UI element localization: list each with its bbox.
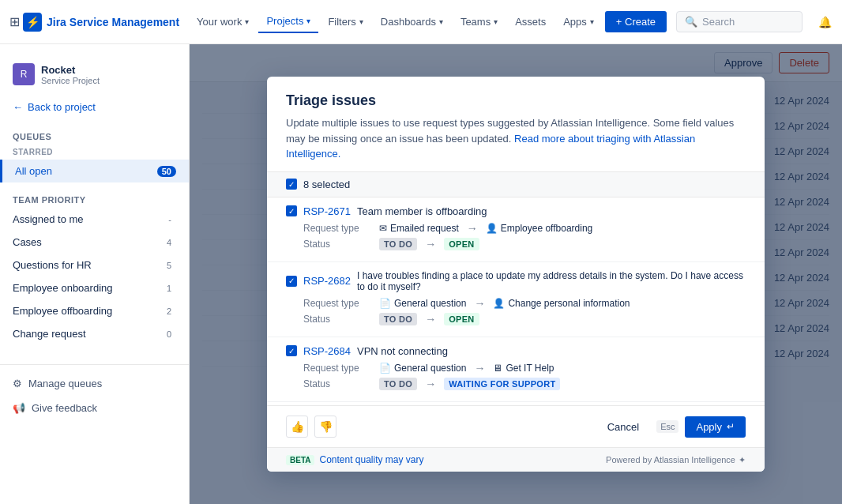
feedback-thumbs: 👍 👎 [286,416,336,438]
email-icon: ✉ [379,223,387,234]
status-to-badge: OPEN [444,238,479,250]
issue-checkbox[interactable]: ✓ [286,345,297,356]
request-type-row: Request type 📄 General question → 🖥 Get … [303,362,746,374]
issue-title: I have troubles finding a place to updat… [357,270,746,292]
arrow-right-icon: → [425,313,436,325]
status-from-badge: TO DO [379,378,417,390]
apps-nav[interactable]: Apps ▾ [555,11,602,32]
queues-section-title: Queues [0,126,189,145]
issue-header: ✓ RSP-2671 Team member is offboarding [267,197,765,222]
offboarding-badge: 2 [162,306,176,317]
arrow-right-icon: → [425,378,436,390]
dashboards-nav[interactable]: Dashboards ▾ [373,11,451,32]
triage-modal: Triage issues Update multiple issues to … [267,77,765,472]
cases-badge: 4 [162,237,176,248]
issue-header: ✓ RSP-2682 I have troubles finding a pla… [267,262,765,297]
content-area: Approve Delete 12 Apr 2024 12 Apr 2024 1… [190,44,842,504]
create-button[interactable]: + Create [605,11,667,32]
arrow-right-icon: → [474,362,485,374]
sidebar-item-change-request[interactable]: Change request 0 [0,322,189,345]
manage-queues-btn[interactable]: ⚙ Manage queues [0,371,189,396]
modal-footer: 👍 👎 Cancel Esc Apply ↵ [267,405,765,447]
sidebar-item-all-open[interactable]: All open 50 [0,160,189,182]
main-area: R Rocket Service Project ← Back to proje… [0,44,842,504]
thumbs-down-button[interactable]: 👎 [314,416,336,438]
selected-count-label: 8 selected [303,179,350,190]
chevron-down-icon: ▾ [359,17,363,26]
notification-icon[interactable]: 🔔 [812,9,837,35]
request-type-row: Request type ✉ Emailed request → 👤 Emplo… [303,222,746,235]
issue-checkbox[interactable]: ✓ [286,276,297,287]
sidebar-item-onboarding[interactable]: Employee onboarding 1 [0,276,189,299]
arrow-right-icon: → [425,238,436,250]
issue-details: Request type ✉ Emailed request → 👤 Emplo… [267,222,765,261]
team-priority-label: TEAM PRIORITY [0,189,189,208]
sidebar-footer: ⚙ Manage queues 📢 Give feedback [0,364,189,420]
chevron-down-icon: ▾ [439,17,443,26]
assigned-badge: - [164,214,176,225]
it-icon: 🖥 [493,363,502,374]
search-input[interactable]: 🔍 Search [676,11,803,32]
modal-body: ✓ RSP-2671 Team member is offboarding Re… [267,197,765,406]
status-to-badge: OPEN [444,313,479,325]
assets-nav[interactable]: Assets [507,11,554,32]
arrow-right-icon: → [474,297,485,310]
person-icon: 👤 [493,298,505,309]
issue-title: Team member is offboarding [357,205,487,217]
change-request-badge: 0 [162,329,176,340]
feedback-icon: 📢 [13,402,25,414]
back-to-project-btn[interactable]: ← Back to project [0,95,189,119]
sidebar-item-cases[interactable]: Cases 4 [0,231,189,254]
grid-icon[interactable]: ⊞ [9,11,20,33]
sidebar-project: R Rocket Service Project [0,57,189,95]
status-from-badge: TO DO [379,238,417,250]
issue-title: VPN not connecting [357,345,448,357]
modal-description: Update multiple issues to use request ty… [286,115,746,162]
project-info: Rocket Service Project [41,64,100,85]
issue-key[interactable]: RSP-2684 [303,345,351,357]
gear-icon: ⚙ [13,378,22,389]
status-to-badge: WAITING FOR SUPPORT [444,378,560,390]
request-type-row: Request type 📄 General question → 👤 Chan… [303,297,746,310]
thumbs-up-button[interactable]: 👍 [286,416,308,438]
cancel-button[interactable]: Cancel [596,416,650,438]
teams-nav[interactable]: Teams ▾ [453,11,506,32]
sidebar-item-assigned[interactable]: Assigned to me - [0,208,189,231]
footer-actions: Cancel Esc Apply ↵ [596,416,746,438]
modal-overlay: Triage issues Update multiple issues to … [190,44,842,504]
sidebar-item-offboarding[interactable]: Employee offboarding 2 [0,299,189,322]
issue-details: Request type 📄 General question → 🖥 Get … [267,362,765,401]
navbar: ⊞ ⚡ Jira Service Management Your work ▾ … [0,0,842,44]
issue-checkbox[interactable]: ✓ [286,205,297,216]
doc-icon: 📄 [379,298,391,309]
chevron-down-icon: ▾ [306,17,310,25]
issue-key[interactable]: RSP-2671 [303,205,351,217]
your-work-nav[interactable]: Your work ▾ [189,11,257,32]
project-name: Rocket [41,64,100,76]
give-feedback-btn[interactable]: 📢 Give feedback [0,396,189,420]
list-item: ✓ RSP-2684 VPN not connecting Request ty… [267,337,765,402]
onboarding-badge: 1 [162,283,176,294]
issue-details: Request type 📄 General question → 👤 Chan… [267,297,765,337]
issue-key[interactable]: RSP-2682 [303,275,351,287]
status-from-badge: TO DO [379,313,417,325]
app-name: Jira Service Management [47,16,179,28]
back-arrow-icon: ← [13,101,23,113]
projects-nav[interactable]: Projects ▾ [258,10,318,33]
sidebar-item-questions-hr[interactable]: Questions for HR 5 [0,254,189,276]
modal-header: Triage issues Update multiple issues to … [267,77,765,171]
arrow-right-icon: → [467,222,478,235]
content-quality-link[interactable]: Content quality may vary [319,454,423,465]
filters-nav[interactable]: Filters ▾ [320,11,370,32]
beta-bar: BETA Content quality may vary Powered by… [267,447,765,472]
select-all-checkbox[interactable]: ✓ [286,179,297,190]
project-type: Service Project [41,76,100,85]
project-icon: R [13,63,35,85]
status-row: Status TO DO → WAITING FOR SUPPORT [303,378,746,390]
status-row: Status TO DO → OPEN [303,313,746,325]
app-logo: ⚡ Jira Service Management [23,13,179,32]
apply-button[interactable]: Apply ↵ [685,416,746,438]
enter-icon: ↵ [727,421,735,432]
chevron-down-icon: ▾ [494,17,498,26]
beta-bar-left: BETA Content quality may vary [286,454,424,465]
